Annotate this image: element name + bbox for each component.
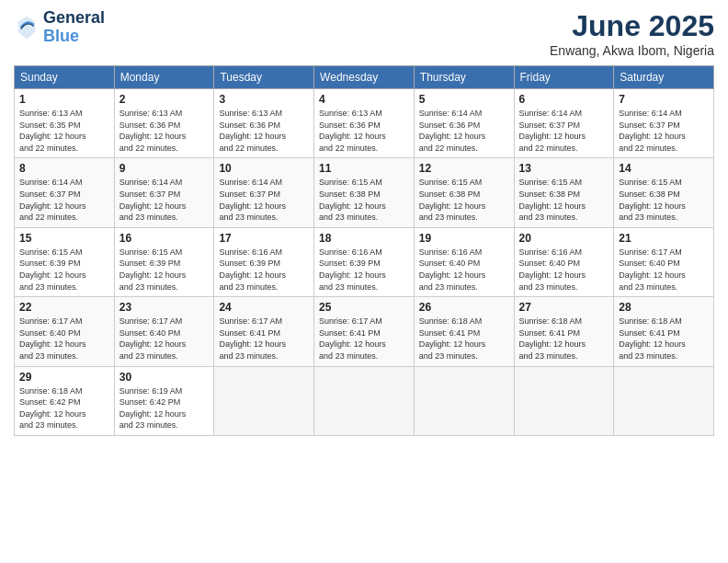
day-info: Sunrise: 6:15 AMSunset: 6:38 PMDaylight:… [419, 177, 509, 223]
day-cell-28: 28Sunrise: 6:18 AMSunset: 6:41 PMDayligh… [614, 297, 714, 366]
day-number: 2 [119, 93, 210, 106]
day-cell-8: 8Sunrise: 6:14 AMSunset: 6:37 PMDaylight… [15, 158, 115, 227]
empty-cell [214, 366, 314, 435]
day-number: 14 [619, 162, 709, 175]
day-cell-12: 12Sunrise: 6:15 AMSunset: 6:38 PMDayligh… [414, 158, 514, 227]
day-info: Sunrise: 6:15 AMSunset: 6:38 PMDaylight:… [619, 177, 709, 223]
day-cell-13: 13Sunrise: 6:15 AMSunset: 6:38 PMDayligh… [514, 158, 614, 227]
day-cell-19: 19Sunrise: 6:16 AMSunset: 6:40 PMDayligh… [414, 227, 514, 296]
day-number: 15 [19, 232, 109, 245]
logo-line1: General [43, 9, 105, 28]
day-cell-29: 29Sunrise: 6:18 AMSunset: 6:42 PMDayligh… [15, 366, 115, 435]
day-info: Sunrise: 6:15 AMSunset: 6:38 PMDaylight:… [519, 177, 609, 223]
week-row-1: 1Sunrise: 6:13 AMSunset: 6:35 PMDaylight… [15, 89, 714, 158]
col-wednesday: Wednesday [314, 66, 415, 89]
day-number: 11 [319, 162, 409, 175]
day-cell-22: 22Sunrise: 6:17 AMSunset: 6:40 PMDayligh… [15, 297, 115, 366]
day-cell-14: 14Sunrise: 6:15 AMSunset: 6:38 PMDayligh… [614, 158, 714, 227]
subtitle: Enwang, Akwa Ibom, Nigeria [550, 43, 714, 58]
day-info: Sunrise: 6:14 AMSunset: 6:37 PMDaylight:… [19, 177, 109, 223]
col-saturday: Saturday [614, 66, 714, 89]
day-number: 27 [519, 301, 609, 314]
day-number: 24 [219, 301, 309, 314]
day-number: 4 [319, 93, 409, 106]
day-number: 30 [119, 371, 210, 384]
day-info: Sunrise: 6:13 AMSunset: 6:36 PMDaylight:… [219, 108, 309, 154]
day-info: Sunrise: 6:19 AMSunset: 6:42 PMDaylight:… [119, 385, 210, 431]
day-info: Sunrise: 6:16 AMSunset: 6:39 PMDaylight:… [319, 247, 409, 293]
day-info: Sunrise: 6:16 AMSunset: 6:39 PMDaylight:… [219, 247, 309, 293]
day-number: 19 [419, 232, 509, 245]
day-cell-25: 25Sunrise: 6:17 AMSunset: 6:41 PMDayligh… [314, 297, 415, 366]
day-info: Sunrise: 6:14 AMSunset: 6:36 PMDaylight:… [419, 108, 509, 154]
day-info: Sunrise: 6:13 AMSunset: 6:35 PMDaylight:… [19, 108, 109, 154]
day-cell-16: 16Sunrise: 6:15 AMSunset: 6:39 PMDayligh… [114, 227, 214, 296]
day-info: Sunrise: 6:18 AMSunset: 6:41 PMDaylight:… [419, 316, 509, 362]
day-info: Sunrise: 6:18 AMSunset: 6:42 PMDaylight:… [19, 385, 109, 431]
day-cell-6: 6Sunrise: 6:14 AMSunset: 6:37 PMDaylight… [514, 89, 614, 158]
day-cell-17: 17Sunrise: 6:16 AMSunset: 6:39 PMDayligh… [214, 227, 314, 296]
day-number: 26 [419, 301, 509, 314]
empty-cell [414, 366, 514, 435]
day-info: Sunrise: 6:17 AMSunset: 6:40 PMDaylight:… [119, 316, 210, 362]
week-row-5: 29Sunrise: 6:18 AMSunset: 6:42 PMDayligh… [15, 366, 714, 435]
day-number: 3 [219, 93, 309, 106]
day-cell-30: 30Sunrise: 6:19 AMSunset: 6:42 PMDayligh… [114, 366, 214, 435]
day-cell-2: 2Sunrise: 6:13 AMSunset: 6:36 PMDaylight… [114, 89, 214, 158]
day-number: 1 [19, 93, 109, 106]
col-friday: Friday [514, 66, 614, 89]
day-cell-27: 27Sunrise: 6:18 AMSunset: 6:41 PMDayligh… [514, 297, 614, 366]
col-thursday: Thursday [414, 66, 514, 89]
day-number: 22 [19, 301, 109, 314]
logo-line2: Blue [43, 28, 105, 46]
page: General Blue June 2025 Enwang, Akwa Ibom… [0, 0, 728, 563]
day-cell-4: 4Sunrise: 6:13 AMSunset: 6:36 PMDaylight… [314, 89, 415, 158]
day-number: 13 [519, 162, 609, 175]
col-tuesday: Tuesday [214, 66, 314, 89]
day-number: 20 [519, 232, 609, 245]
day-number: 21 [619, 232, 709, 245]
day-number: 23 [119, 301, 210, 314]
col-monday: Monday [114, 66, 214, 89]
day-info: Sunrise: 6:17 AMSunset: 6:41 PMDaylight:… [319, 316, 409, 362]
day-number: 12 [419, 162, 509, 175]
day-info: Sunrise: 6:14 AMSunset: 6:37 PMDaylight:… [519, 108, 609, 154]
day-number: 25 [319, 301, 409, 314]
day-cell-18: 18Sunrise: 6:16 AMSunset: 6:39 PMDayligh… [314, 227, 415, 296]
day-number: 28 [619, 301, 709, 314]
day-number: 16 [119, 232, 210, 245]
day-info: Sunrise: 6:18 AMSunset: 6:41 PMDaylight:… [619, 316, 709, 362]
day-cell-24: 24Sunrise: 6:17 AMSunset: 6:41 PMDayligh… [214, 297, 314, 366]
day-cell-9: 9Sunrise: 6:14 AMSunset: 6:37 PMDaylight… [114, 158, 214, 227]
day-number: 10 [219, 162, 309, 175]
day-info: Sunrise: 6:14 AMSunset: 6:37 PMDaylight:… [619, 108, 709, 154]
day-number: 8 [19, 162, 109, 175]
day-info: Sunrise: 6:17 AMSunset: 6:41 PMDaylight:… [219, 316, 309, 362]
week-row-2: 8Sunrise: 6:14 AMSunset: 6:37 PMDaylight… [15, 158, 714, 227]
day-info: Sunrise: 6:14 AMSunset: 6:37 PMDaylight:… [119, 177, 210, 223]
header: General Blue June 2025 Enwang, Akwa Ibom… [14, 9, 714, 58]
day-cell-1: 1Sunrise: 6:13 AMSunset: 6:35 PMDaylight… [15, 89, 115, 158]
week-row-3: 15Sunrise: 6:15 AMSunset: 6:39 PMDayligh… [15, 227, 714, 296]
day-number: 29 [19, 371, 109, 384]
title-block: June 2025 Enwang, Akwa Ibom, Nigeria [550, 9, 714, 58]
day-cell-21: 21Sunrise: 6:17 AMSunset: 6:40 PMDayligh… [614, 227, 714, 296]
day-cell-10: 10Sunrise: 6:14 AMSunset: 6:37 PMDayligh… [214, 158, 314, 227]
header-row: Sunday Monday Tuesday Wednesday Thursday… [15, 66, 714, 89]
logo: General Blue [14, 9, 105, 46]
day-number: 9 [119, 162, 210, 175]
day-cell-15: 15Sunrise: 6:15 AMSunset: 6:39 PMDayligh… [15, 227, 115, 296]
empty-cell [314, 366, 415, 435]
day-number: 7 [619, 93, 709, 106]
day-info: Sunrise: 6:13 AMSunset: 6:36 PMDaylight:… [119, 108, 210, 154]
calendar: Sunday Monday Tuesday Wednesday Thursday… [14, 65, 714, 436]
logo-text: General Blue [43, 9, 105, 46]
day-info: Sunrise: 6:15 AMSunset: 6:39 PMDaylight:… [19, 247, 109, 293]
day-cell-20: 20Sunrise: 6:16 AMSunset: 6:40 PMDayligh… [514, 227, 614, 296]
day-cell-5: 5Sunrise: 6:14 AMSunset: 6:36 PMDaylight… [414, 89, 514, 158]
day-cell-23: 23Sunrise: 6:17 AMSunset: 6:40 PMDayligh… [114, 297, 214, 366]
day-info: Sunrise: 6:15 AMSunset: 6:39 PMDaylight:… [119, 247, 210, 293]
day-number: 6 [519, 93, 609, 106]
day-info: Sunrise: 6:14 AMSunset: 6:37 PMDaylight:… [219, 177, 309, 223]
week-row-4: 22Sunrise: 6:17 AMSunset: 6:40 PMDayligh… [15, 297, 714, 366]
